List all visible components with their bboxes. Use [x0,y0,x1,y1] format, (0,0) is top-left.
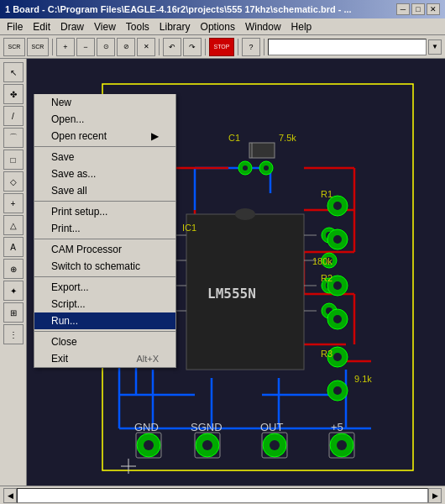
menu-open-recent[interactable]: Open recent▶ [34,128,175,144]
menu-item-file[interactable]: File [2,19,28,34]
svg-point-69 [333,281,342,290]
zoom-select-button[interactable]: ⊘ [117,38,135,56]
svg-text:GND: GND [134,421,159,433]
menu-print[interactable]: Print... [34,220,175,237]
menu-close[interactable]: Close [34,333,175,350]
svg-text:9.1k: 9.1k [354,374,372,384]
arc-tool[interactable]: ⌒ [3,128,24,148]
menu-save-all[interactable]: Save all [34,182,175,199]
title-bar-controls: ─ □ ✕ [396,3,440,15]
menu-open[interactable]: Open... [34,111,175,128]
svg-text:OUT: OUT [260,421,284,433]
menu-item-window[interactable]: Window [240,19,286,34]
toolbar-separator-1 [52,39,53,55]
svg-point-65 [333,202,342,210]
title-bar-text: 1 Board - C:\Program Files\EAGLE-4.16r2\… [5,4,352,14]
toolbar: SCR SCR + − ⊙ ⊘ ✕ ↶ ↷ STOP ? ▼ [0,35,445,59]
zoom-fit-button[interactable]: ⊙ [97,38,115,56]
menu-cam-processor[interactable]: CAM Processor [34,241,175,258]
undo-button[interactable]: ↶ [163,38,181,56]
toolbar-separator-3 [205,39,206,55]
svg-text:R2: R2 [321,273,332,283]
close-button[interactable]: ✕ [427,3,440,15]
menu-print-setup[interactable]: Print setup... [34,203,175,220]
svg-point-83 [337,440,347,450]
title-bar: 1 Board - C:\Program Files\EAGLE-4.16r2\… [0,0,445,18]
minimize-button[interactable]: ─ [396,3,410,15]
left-toolbar: ↖ ✤ / ⌒ □ ◇ + △ A ⊕ ✦ ⊞ ⋮ [0,59,27,486]
menu-script[interactable]: Script... [34,296,175,312]
separator-2 [34,201,175,202]
canvas-area[interactable]: LM555N [27,59,445,486]
star-tool[interactable]: ✦ [3,281,24,301]
help-button[interactable]: ? [242,38,260,56]
menu-save-as[interactable]: Save as... [34,165,175,182]
menu-switch-to-schematic[interactable]: Switch to schematic [34,258,175,275]
zoom-out-button[interactable]: − [76,38,95,56]
menu-item-options[interactable]: Options [196,19,240,34]
separator-4 [34,276,175,277]
grid-tool[interactable]: ⊞ [3,302,24,323]
svg-text:7.5k: 7.5k [279,133,296,143]
svg-point-82 [270,440,280,450]
svg-point-32 [235,208,255,220]
zoom-in-button[interactable]: + [56,38,75,56]
svg-rect-58 [249,143,275,158]
wire-tool[interactable]: / [3,106,24,126]
toolbar-separator-2 [159,39,160,55]
separator-5 [34,331,175,332]
separator-3 [34,239,175,239]
svg-text:R3: R3 [321,349,332,359]
svg-text:SGND: SGND [191,421,222,433]
status-bar: ◀ ▶ [0,486,445,504]
svg-point-67 [333,235,342,244]
separator-1 [34,146,175,147]
menu-item-help[interactable]: Help [286,19,317,34]
scroll-right-button[interactable]: ▶ [428,488,442,503]
menu-exit[interactable]: ExitAlt+X [34,350,175,367]
scr-button-2[interactable]: SCR [27,38,49,56]
select-tool[interactable]: ↖ [3,62,24,82]
maximize-button[interactable]: □ [411,3,425,15]
menu-item-tools[interactable]: Tools [121,19,154,34]
polygon-tool[interactable]: ◇ [3,171,24,192]
menu-bar: File Edit Draw View Tools Library Option… [0,18,445,35]
menu-run[interactable]: Run... [34,312,175,329]
status-main [17,488,428,503]
zoom-x-button[interactable]: ✕ [137,38,155,56]
redo-button[interactable]: ↷ [183,38,202,56]
svg-point-80 [144,440,154,450]
toolbar-separator-4 [238,39,238,55]
svg-text:+5: +5 [331,421,343,433]
svg-text:R1: R1 [321,189,332,199]
stop-button[interactable]: STOP [209,38,234,56]
toolbar-separator-5 [264,39,264,55]
svg-text:LM555N: LM555N [207,286,256,302]
via-tool[interactable]: ⊕ [3,259,24,279]
menu-save[interactable]: Save [34,149,175,165]
move-tool[interactable]: ✤ [3,84,24,104]
svg-point-71 [333,315,342,323]
triangle-tool[interactable]: △ [3,215,24,235]
cross-tool[interactable]: + [3,193,24,213]
menu-item-view[interactable]: View [89,19,121,34]
menu-item-draw[interactable]: Draw [55,19,89,34]
menu-item-library[interactable]: Library [154,19,196,34]
menu-item-edit[interactable]: Edit [28,19,55,34]
menu-export[interactable]: Export... [34,279,175,296]
svg-point-61 [243,165,248,171]
svg-point-81 [202,440,212,450]
svg-point-73 [333,353,342,361]
main-area: ↖ ✤ / ⌒ □ ◇ + △ A ⊕ ✦ ⊞ ⋮ [0,59,445,486]
menu-new[interactable]: New [34,94,175,111]
command-dropdown-button[interactable]: ▼ [428,39,442,55]
command-input[interactable] [268,39,427,55]
text-tool[interactable]: A [3,237,24,257]
svg-text:180k: 180k [312,256,332,266]
svg-point-63 [264,165,269,171]
rect-tool[interactable]: □ [3,150,24,170]
file-dropdown-menu: New Open... Open recent▶ Save Save as...… [34,94,176,368]
scr-button-1[interactable]: SCR [3,38,25,56]
scroll-left-button[interactable]: ◀ [3,488,17,503]
more-tool[interactable]: ⋮ [3,324,24,344]
